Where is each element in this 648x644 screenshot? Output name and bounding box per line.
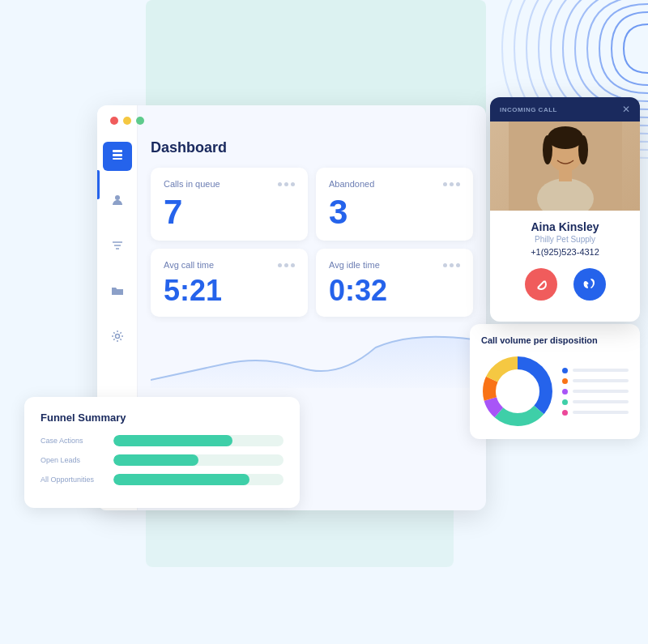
svg-point-12 bbox=[578, 135, 588, 164]
caller-photo bbox=[490, 122, 640, 211]
svg-rect-14 bbox=[559, 168, 572, 181]
minimize-dot[interactable] bbox=[123, 117, 131, 125]
card-menu-3[interactable] bbox=[278, 263, 295, 267]
funnel-rows: Case Actions Open Leads All Opportunitie… bbox=[40, 435, 284, 485]
calls-queue-label: Calls in queue bbox=[164, 179, 220, 189]
abandoned-value: 3 bbox=[329, 195, 460, 229]
svg-point-11 bbox=[543, 135, 552, 164]
avg-call-time-card: Avg call time 5:21 bbox=[151, 249, 308, 317]
folder-icon bbox=[111, 284, 124, 301]
funnel-title: Funnel Summary bbox=[40, 412, 284, 424]
sidebar-item-files[interactable] bbox=[103, 278, 132, 307]
person-icon bbox=[111, 194, 124, 210]
avg-call-value: 5:21 bbox=[164, 276, 295, 305]
card-menu-4[interactable] bbox=[443, 263, 460, 267]
active-indicator bbox=[97, 170, 100, 199]
svg-rect-1 bbox=[113, 154, 122, 156]
area-chart bbox=[151, 323, 473, 388]
caller-company: Philly Pet Supply bbox=[500, 235, 630, 244]
sidebar-item-contacts[interactable] bbox=[103, 187, 132, 216]
funnel-bar-bg-1 bbox=[113, 435, 284, 446]
window-controls bbox=[110, 117, 144, 125]
funnel-row-2: Open Leads bbox=[40, 454, 284, 466]
svg-rect-2 bbox=[113, 158, 122, 160]
legend-dot-1 bbox=[562, 368, 568, 373]
legend-item-1 bbox=[562, 368, 629, 373]
svg-rect-0 bbox=[113, 150, 122, 152]
caller-phone: +1(925)523-4312 bbox=[500, 247, 630, 257]
legend-bar-2 bbox=[573, 379, 629, 382]
funnel-label-3: All Opportunities bbox=[40, 476, 105, 484]
call-header-label: INCOMING CALL bbox=[500, 106, 557, 113]
legend-dot-5 bbox=[562, 410, 568, 416]
sidebar-item-dashboard[interactable] bbox=[103, 142, 132, 171]
donut-chart bbox=[481, 355, 554, 428]
calls-in-queue-card: Calls in queue 7 bbox=[151, 168, 308, 241]
svg-point-10 bbox=[548, 126, 583, 149]
maximize-dot[interactable] bbox=[136, 117, 144, 125]
calls-queue-value: 7 bbox=[164, 195, 295, 229]
incoming-call-panel: INCOMING CALL ✕ Aina Kinsley Philly Pet … bbox=[490, 97, 640, 322]
filter-icon bbox=[111, 239, 124, 255]
funnel-label-2: Open Leads bbox=[40, 456, 105, 464]
call-volume-title: Call volume per disposition bbox=[481, 335, 629, 345]
funnel-bar-2 bbox=[113, 454, 198, 466]
call-header: INCOMING CALL ✕ bbox=[490, 97, 640, 122]
abandoned-label: Abandoned bbox=[329, 179, 374, 189]
funnel-bar-bg-3 bbox=[113, 474, 284, 485]
funnel-row-1: Case Actions bbox=[40, 435, 284, 446]
caller-name: Aina Kinsley bbox=[500, 220, 630, 233]
accept-button[interactable] bbox=[573, 268, 606, 301]
legend-dot-3 bbox=[562, 389, 568, 395]
legend-bar-3 bbox=[573, 390, 629, 393]
avg-idle-value: 0:32 bbox=[329, 276, 460, 305]
card-menu-2[interactable] bbox=[443, 182, 460, 186]
legend-bar-4 bbox=[573, 400, 629, 403]
call-actions bbox=[500, 268, 630, 312]
card-menu[interactable] bbox=[278, 182, 295, 186]
svg-line-15 bbox=[538, 281, 544, 288]
funnel-bar-bg-2 bbox=[113, 454, 284, 466]
layers-icon bbox=[111, 148, 124, 164]
chart-legend bbox=[562, 368, 629, 416]
svg-point-3 bbox=[115, 195, 120, 200]
legend-item-2 bbox=[562, 378, 629, 384]
gear-icon bbox=[111, 330, 124, 346]
sidebar-item-settings[interactable] bbox=[103, 323, 132, 352]
close-dot[interactable] bbox=[110, 117, 118, 125]
svg-point-21 bbox=[500, 373, 535, 409]
avg-idle-time-card: Avg idle time 0:32 bbox=[316, 249, 473, 317]
svg-point-7 bbox=[115, 335, 119, 339]
stats-grid: Calls in queue 7 Abandoned 3 bbox=[151, 168, 473, 317]
avg-idle-label: Avg idle time bbox=[329, 260, 380, 270]
call-volume-panel: Call volume per disposition bbox=[470, 324, 640, 439]
funnel-summary-panel: Funnel Summary Case Actions Open Leads A… bbox=[24, 397, 300, 508]
legend-item-5 bbox=[562, 410, 629, 416]
legend-item-4 bbox=[562, 399, 629, 405]
sidebar-item-filter[interactable] bbox=[103, 232, 132, 262]
funnel-bar-1 bbox=[113, 435, 232, 446]
close-icon[interactable]: ✕ bbox=[622, 104, 630, 115]
caller-info: Aina Kinsley Philly Pet Supply +1(925)52… bbox=[490, 211, 640, 322]
legend-bar-5 bbox=[573, 411, 629, 414]
legend-item-3 bbox=[562, 389, 629, 395]
decline-button[interactable] bbox=[525, 268, 557, 301]
abandoned-card: Abandoned 3 bbox=[316, 168, 473, 241]
page-title: Dashboard bbox=[151, 139, 473, 156]
legend-bar-1 bbox=[573, 369, 629, 372]
avg-call-label: Avg call time bbox=[164, 260, 214, 270]
legend-dot-2 bbox=[562, 378, 568, 384]
legend-dot-4 bbox=[562, 399, 568, 405]
funnel-row-3: All Opportunities bbox=[40, 474, 284, 485]
call-volume-content bbox=[481, 355, 629, 428]
funnel-bar-3 bbox=[113, 474, 249, 485]
funnel-label-1: Case Actions bbox=[40, 437, 105, 445]
